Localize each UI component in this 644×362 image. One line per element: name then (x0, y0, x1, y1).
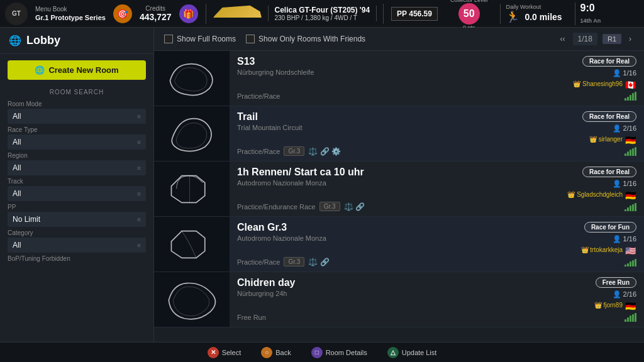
room-badge: Race for Real (582, 111, 636, 122)
gr-badge: Gr.3 (319, 202, 340, 211)
clock: 9:0 14th An (575, 3, 601, 25)
filter-category[interactable]: All≡ (8, 238, 146, 253)
room-mode: Free Run (237, 314, 266, 321)
room-host: 👑 fjorn89 🇩🇪 (594, 301, 636, 309)
prev-page-button[interactable]: ‹‹ (558, 35, 568, 43)
room-players: 👤 1/16 (613, 180, 636, 188)
room-host: 👑 Sgladschdgleich 🇩🇪 (567, 190, 636, 198)
filter-room-mode-label: Room Mode (8, 101, 146, 107)
signal-bars (625, 147, 636, 156)
sidebar-title: 🌐 Lobby (0, 28, 153, 54)
r1-badge: R1 (602, 34, 621, 44)
room-host: 👑 trtokarkkeja 🇺🇸 (581, 246, 636, 253)
page-display: 1/18 (573, 33, 597, 45)
room-name: Chidren day (237, 277, 295, 288)
room-item[interactable]: Clean Gr.3 Autodromo Nazionale Monza Rac… (154, 217, 644, 272)
car-section: Celica GT-Four (ST205) '94 230 BHP / 1,3… (206, 4, 384, 24)
pp-badge: PP 456.59 (391, 7, 438, 21)
globe-icon: 🌐 (9, 35, 21, 47)
signal-bars (625, 202, 636, 211)
filter-bar: Show Full Rooms Show Only Rooms With Fri… (154, 28, 644, 51)
room-item[interactable]: S13 Nürburgring Nordschleife Race for Re… (154, 51, 644, 106)
room-item[interactable]: Chidren day Nürburgring 24h Free Run 👤 2… (154, 272, 644, 327)
room-badge: Race for Real (582, 56, 636, 67)
triangle-button-icon: △ (387, 347, 399, 358)
room-badge: Race for Real (582, 167, 636, 177)
filter-race-type-label: Race Type (8, 126, 146, 133)
show-friends-rooms-checkbox[interactable]: Show Only Rooms With Friends (246, 35, 365, 43)
collector-number: 50 (458, 3, 480, 25)
filter-category-label: Category (8, 229, 146, 236)
room-info: Trail Trial Mountain Circuit Race for Re… (230, 106, 644, 161)
update-list-action: △ Update List (387, 347, 437, 358)
show-full-checkbox-box (164, 35, 173, 43)
pagination: ‹‹ 1/18 R1 › (558, 33, 634, 45)
bottom-bar: ✕ Select ○ Back □ Room Details △ Update … (0, 342, 644, 362)
create-room-icon: 🌐 (35, 65, 45, 75)
top-bar: GT Menu Book Gr.1 Prototype Series 🎯 Cre… (0, 0, 644, 28)
filter-bop-label: BoP/Tuning Forbidden (8, 255, 146, 262)
next-page-button[interactable]: › (626, 35, 634, 43)
room-track: Nürburgring 24h (237, 290, 295, 297)
filter-track-label: Track (8, 178, 146, 185)
room-thumbnail (154, 272, 230, 327)
room-name: S13 (237, 56, 314, 67)
room-list: S13 Nürburgring Nordschleife Race for Re… (154, 51, 644, 342)
room-thumbnail (154, 51, 230, 106)
filter-room-mode[interactable]: All≡ (8, 109, 146, 124)
room-badge: Free Run (596, 277, 636, 288)
show-full-rooms-checkbox[interactable]: Show Full Rooms (164, 35, 236, 43)
room-track: Autodromo Nazionale Monza (237, 234, 326, 242)
workout-display: Daily Workout 🏃 0.0 miles (500, 4, 567, 24)
select-action: ✕ Select (208, 347, 242, 358)
show-friends-checkbox-box (246, 35, 255, 43)
filter-track[interactable]: All≡ (8, 186, 146, 201)
filter-race-type[interactable]: All≡ (8, 134, 146, 150)
signal-bars (625, 258, 636, 266)
room-mode: Practice/Race Gr.3 ⚖️ 🔗 ⚙️ (237, 146, 341, 156)
mode-icons: ⚖️ 🔗 (308, 258, 329, 266)
room-search-label: ROOM SEARCH (0, 86, 153, 99)
main-layout: 🌐 Lobby 🌐 Create New Room ROOM SEARCH Ro… (0, 28, 644, 342)
mode-icons: ⚖️ 🔗 (344, 202, 365, 211)
room-info: Chidren day Nürburgring 24h Free Run 👤 2… (230, 272, 644, 327)
roulette-icon[interactable]: 🎯 (113, 4, 132, 23)
filter-pp[interactable]: No Limit≡ (8, 212, 146, 227)
room-name: Clean Gr.3 (237, 222, 326, 233)
room-item[interactable]: 1h Rennen/ Start ca 10 uhr Autodromo Naz… (154, 162, 644, 217)
signal-bars (625, 92, 636, 101)
room-badge: Race for Fun (584, 222, 636, 233)
room-thumbnail (154, 217, 230, 272)
room-track: Trial Mountain Circuit (237, 124, 303, 131)
mode-icons: ⚖️ 🔗 ⚙️ (308, 147, 341, 156)
back-action: ○ Back (261, 347, 291, 358)
car-details: Celica GT-Four (ST205) '94 230 BHP / 1,3… (268, 6, 377, 21)
filters-section: Room Mode All≡ Race Type All≡ Region All… (0, 99, 153, 266)
room-item[interactable]: Trail Trial Mountain Circuit Race for Re… (154, 106, 644, 162)
car-image (213, 4, 263, 24)
collector-level: Collector Level 50 0 pts (445, 0, 493, 31)
room-name: Trail (237, 111, 303, 123)
room-players: 👤 2/16 (613, 290, 636, 299)
menu-info: Menu Book Gr.1 Prototype Series (35, 5, 106, 22)
room-details-action: □ Room Details (311, 347, 367, 358)
o-button-icon: ○ (261, 347, 272, 358)
run-icon: 🏃 (506, 10, 519, 24)
room-info: S13 Nürburgring Nordschleife Race for Re… (230, 51, 644, 106)
gr-badge: Gr.3 (284, 257, 304, 266)
filter-pp-label: PP (8, 204, 146, 211)
gt-logo: GT (5, 3, 28, 25)
room-track: Autodromo Nazionale Monza (237, 179, 364, 187)
x-button-icon: ✕ (208, 347, 219, 358)
filter-region-label: Region (8, 152, 146, 159)
room-track: Nürburgring Nordschleife (237, 69, 314, 76)
gift-icon[interactable]: 🎁 (179, 4, 198, 23)
create-room-button[interactable]: 🌐 Create New Room (8, 60, 146, 80)
filter-region[interactable]: All≡ (8, 160, 146, 175)
room-host: 👑 sirlanger 🇩🇪 (589, 135, 636, 143)
credits-display: Credits 443,727 (140, 5, 172, 22)
room-thumbnail (154, 162, 230, 216)
room-players: 👤 1/16 (613, 69, 636, 77)
room-info: 1h Rennen/ Start ca 10 uhr Autodromo Naz… (230, 162, 644, 216)
room-thumbnail (154, 106, 230, 161)
